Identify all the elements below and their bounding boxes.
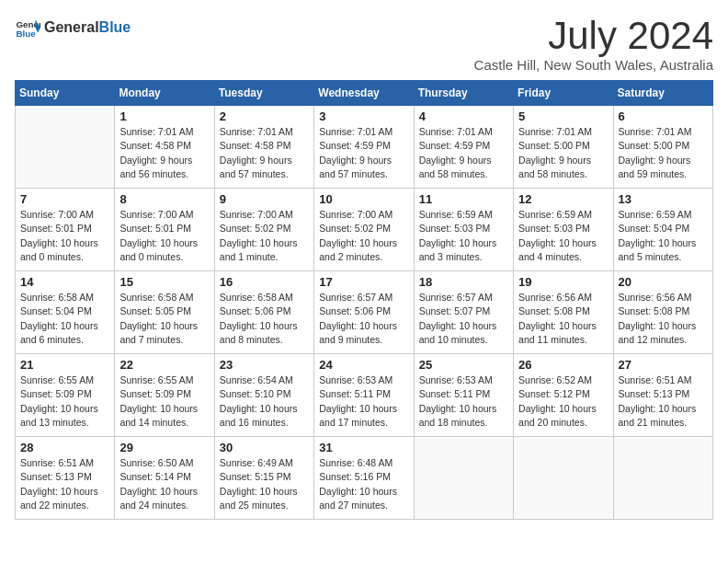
cell-w2-d4: 11Sunrise: 6:59 AMSunset: 5:03 PMDayligh…	[414, 189, 513, 271]
cell-w1-d5: 5Sunrise: 7:01 AMSunset: 5:00 PMDaylight…	[514, 106, 613, 189]
day-info: Sunrise: 6:48 AMSunset: 5:16 PMDaylight:…	[319, 456, 408, 512]
day-info: Sunrise: 7:00 AMSunset: 5:02 PMDaylight:…	[220, 208, 309, 264]
day-number: 17	[319, 275, 408, 289]
day-info: Sunrise: 7:01 AMSunset: 5:00 PMDaylight:…	[518, 125, 608, 181]
logo-blue: Blue	[99, 19, 131, 36]
day-info: Sunrise: 7:01 AMSunset: 4:58 PMDaylight:…	[220, 125, 309, 181]
cell-w4-d6: 27Sunrise: 6:51 AMSunset: 5:13 PMDayligh…	[613, 354, 712, 437]
day-number: 2	[220, 109, 309, 123]
day-number: 3	[319, 109, 408, 123]
cell-w2-d0: 7Sunrise: 7:00 AMSunset: 5:01 PMDaylight…	[16, 189, 115, 271]
cell-w4-d3: 24Sunrise: 6:53 AMSunset: 5:11 PMDayligh…	[314, 354, 414, 437]
day-number: 4	[419, 109, 508, 123]
cell-w5-d0: 28Sunrise: 6:51 AMSunset: 5:13 PMDayligh…	[16, 437, 115, 520]
cell-w3-d2: 16Sunrise: 6:58 AMSunset: 5:06 PMDayligh…	[214, 271, 313, 354]
cell-w2-d1: 8Sunrise: 7:00 AMSunset: 5:01 PMDaylight…	[115, 189, 214, 271]
logo: General Blue GeneralBlue	[15, 15, 131, 40]
day-number: 8	[119, 192, 209, 206]
cell-w4-d0: 21Sunrise: 6:55 AMSunset: 5:09 PMDayligh…	[16, 354, 115, 437]
week-row-3: 14Sunrise: 6:58 AMSunset: 5:04 PMDayligh…	[16, 271, 713, 354]
cell-w4-d2: 23Sunrise: 6:54 AMSunset: 5:10 PMDayligh…	[214, 354, 313, 437]
day-number: 23	[220, 358, 309, 372]
svg-marker-3	[35, 28, 40, 33]
cell-w3-d3: 17Sunrise: 6:57 AMSunset: 5:06 PMDayligh…	[314, 271, 414, 354]
day-info: Sunrise: 6:55 AMSunset: 5:09 PMDaylight:…	[20, 373, 109, 430]
week-row-2: 7Sunrise: 7:00 AMSunset: 5:01 PMDaylight…	[16, 189, 713, 271]
day-number: 11	[419, 192, 508, 206]
calendar-header-row: Sunday Monday Tuesday Wednesday Thursday…	[16, 81, 713, 106]
day-info: Sunrise: 6:58 AMSunset: 5:05 PMDaylight:…	[119, 291, 209, 347]
cell-w1-d2: 2Sunrise: 7:01 AMSunset: 4:58 PMDaylight…	[214, 106, 313, 189]
day-number: 20	[619, 275, 708, 289]
day-number: 22	[119, 358, 209, 372]
day-info: Sunrise: 6:49 AMSunset: 5:15 PMDaylight:…	[220, 456, 309, 512]
cell-w2-d2: 9Sunrise: 7:00 AMSunset: 5:02 PMDaylight…	[214, 189, 313, 271]
cell-w2-d5: 12Sunrise: 6:59 AMSunset: 5:03 PMDayligh…	[514, 189, 613, 271]
header-thursday: Thursday	[414, 81, 513, 106]
cell-w3-d1: 15Sunrise: 6:58 AMSunset: 5:05 PMDayligh…	[115, 271, 214, 354]
cell-w5-d4	[414, 437, 513, 520]
day-info: Sunrise: 6:59 AMSunset: 5:03 PMDaylight:…	[419, 208, 508, 264]
day-info: Sunrise: 6:50 AMSunset: 5:14 PMDaylight:…	[119, 456, 209, 512]
cell-w5-d1: 29Sunrise: 6:50 AMSunset: 5:14 PMDayligh…	[115, 437, 214, 520]
header-tuesday: Tuesday	[214, 81, 313, 106]
cell-w1-d0	[16, 106, 115, 189]
day-info: Sunrise: 6:53 AMSunset: 5:11 PMDaylight:…	[319, 373, 408, 430]
day-number: 16	[220, 275, 309, 289]
day-info: Sunrise: 6:57 AMSunset: 5:06 PMDaylight:…	[319, 291, 408, 347]
cell-w4-d1: 22Sunrise: 6:55 AMSunset: 5:09 PMDayligh…	[115, 354, 214, 437]
cell-w1-d4: 4Sunrise: 7:01 AMSunset: 4:59 PMDaylight…	[414, 106, 513, 189]
location-title: Castle Hill, New South Wales, Australia	[474, 57, 713, 73]
cell-w3-d0: 14Sunrise: 6:58 AMSunset: 5:04 PMDayligh…	[16, 271, 115, 354]
day-number: 31	[319, 441, 408, 454]
cell-w4-d5: 26Sunrise: 6:52 AMSunset: 5:12 PMDayligh…	[514, 354, 613, 437]
cell-w5-d3: 31Sunrise: 6:48 AMSunset: 5:16 PMDayligh…	[314, 437, 414, 520]
day-info: Sunrise: 6:53 AMSunset: 5:11 PMDaylight:…	[419, 373, 508, 430]
svg-text:Blue: Blue	[16, 29, 36, 39]
day-number: 10	[319, 192, 408, 206]
day-info: Sunrise: 6:56 AMSunset: 5:08 PMDaylight:…	[518, 291, 608, 347]
day-number: 7	[20, 192, 109, 206]
day-number: 25	[419, 358, 508, 372]
day-info: Sunrise: 7:00 AMSunset: 5:01 PMDaylight:…	[20, 208, 109, 264]
cell-w1-d3: 3Sunrise: 7:01 AMSunset: 4:59 PMDaylight…	[314, 106, 414, 189]
day-info: Sunrise: 6:51 AMSunset: 5:13 PMDaylight:…	[619, 373, 708, 430]
week-row-4: 21Sunrise: 6:55 AMSunset: 5:09 PMDayligh…	[16, 354, 713, 437]
header-monday: Monday	[115, 81, 214, 106]
day-number: 18	[419, 275, 508, 289]
day-number: 30	[220, 441, 309, 454]
day-info: Sunrise: 7:00 AMSunset: 5:02 PMDaylight:…	[319, 208, 408, 264]
day-number: 28	[20, 441, 109, 454]
day-info: Sunrise: 6:58 AMSunset: 5:04 PMDaylight:…	[20, 291, 109, 347]
logo-general: General	[44, 19, 99, 36]
day-info: Sunrise: 7:01 AMSunset: 4:59 PMDaylight:…	[419, 125, 508, 181]
cell-w3-d6: 20Sunrise: 6:56 AMSunset: 5:08 PMDayligh…	[613, 271, 712, 354]
cell-w3-d4: 18Sunrise: 6:57 AMSunset: 5:07 PMDayligh…	[414, 271, 513, 354]
cell-w2-d6: 13Sunrise: 6:59 AMSunset: 5:04 PMDayligh…	[613, 189, 712, 271]
day-info: Sunrise: 6:57 AMSunset: 5:07 PMDaylight:…	[419, 291, 508, 347]
header-friday: Friday	[514, 81, 613, 106]
day-number: 14	[20, 275, 109, 289]
day-number: 9	[220, 192, 309, 206]
header-sunday: Sunday	[16, 81, 115, 106]
day-info: Sunrise: 6:55 AMSunset: 5:09 PMDaylight:…	[119, 373, 209, 430]
day-number: 21	[20, 358, 109, 372]
day-info: Sunrise: 7:01 AMSunset: 5:00 PMDaylight:…	[619, 125, 708, 181]
day-info: Sunrise: 7:00 AMSunset: 5:01 PMDaylight:…	[119, 208, 209, 264]
cell-w5-d5	[514, 437, 613, 520]
day-number: 13	[619, 192, 708, 206]
day-number: 5	[518, 109, 608, 123]
day-number: 26	[518, 358, 608, 372]
day-info: Sunrise: 7:01 AMSunset: 4:58 PMDaylight:…	[119, 125, 209, 181]
week-row-1: 1Sunrise: 7:01 AMSunset: 4:58 PMDaylight…	[16, 106, 713, 189]
cell-w1-d6: 6Sunrise: 7:01 AMSunset: 5:00 PMDaylight…	[613, 106, 712, 189]
page-header: General Blue GeneralBlue July 2024 Castl…	[15, 15, 713, 73]
day-info: Sunrise: 6:56 AMSunset: 5:08 PMDaylight:…	[619, 291, 708, 347]
week-row-5: 28Sunrise: 6:51 AMSunset: 5:13 PMDayligh…	[16, 437, 713, 520]
cell-w5-d2: 30Sunrise: 6:49 AMSunset: 5:15 PMDayligh…	[214, 437, 313, 520]
day-info: Sunrise: 6:59 AMSunset: 5:04 PMDaylight:…	[619, 208, 708, 264]
day-number: 12	[518, 192, 608, 206]
title-block: July 2024 Castle Hill, New South Wales, …	[474, 15, 713, 73]
day-info: Sunrise: 7:01 AMSunset: 4:59 PMDaylight:…	[319, 125, 408, 181]
cell-w5-d6	[613, 437, 712, 520]
